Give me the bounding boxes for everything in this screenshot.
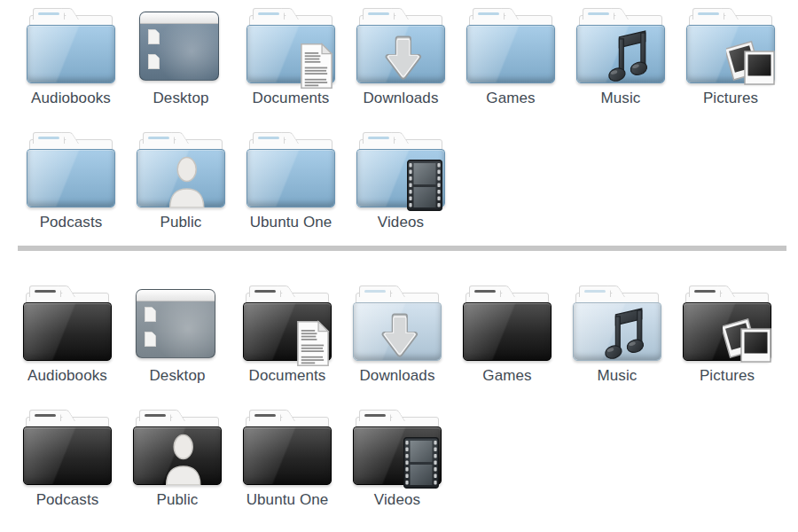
desktop-icon [136,289,215,358]
desktop-titlebar [137,290,215,301]
folder-tab [29,410,61,421]
folder-tab [33,8,65,20]
file-label: Public [157,490,199,509]
folder-tab [359,286,391,297]
file-item-public[interactable]: Public [126,131,236,231]
icon-box [351,409,443,490]
icon-box [465,7,557,89]
icon-box [131,285,223,366]
file-item-pictures[interactable]: Pictures [676,7,786,107]
folder-tab [253,8,285,20]
folder-body [243,426,332,485]
file-item-desktop[interactable]: Desktop [122,285,232,385]
icon-grid-dark-theme: Audiobooks Desktop Documents Downloads G… [0,285,798,509]
filmstrip-icon [407,160,442,211]
folder-tab [692,8,724,20]
icon-box [685,7,777,89]
file-label: Public [160,213,202,231]
folder-tab-stripe [254,414,276,417]
icon-box [135,7,227,89]
folder-tab-stripe [474,290,496,293]
file-item-desktop[interactable]: Desktop [126,7,236,107]
person-icon [162,434,205,485]
folder-tab-stripe [258,137,279,139]
section-divider [18,246,786,251]
file-label: Music [601,89,641,107]
folder-tab [579,286,611,297]
folder-tab [143,132,175,144]
folder-tab-stripe [148,137,169,139]
folder-body [27,149,115,207]
folder-tab-stripe [588,12,609,15]
desktop-icon [139,12,219,81]
file-label: Videos [378,213,424,231]
folder-tab-stripe [368,12,389,15]
person-icon [166,156,208,207]
folder-tab [473,8,505,20]
folder-tab [249,286,281,297]
file-label: Games [482,366,531,385]
file-label: Pictures [700,366,755,385]
file-item-games[interactable]: Games [456,7,566,107]
folder-body [27,25,115,83]
file-item-music[interactable]: Music [566,7,676,107]
folder-tab-stripe [584,290,606,293]
file-item-public[interactable]: Public [122,409,232,509]
folder-icon [245,131,337,213]
file-item-pictures[interactable]: Pictures [672,285,782,385]
file-label: Podcasts [40,213,103,231]
icon-box [355,7,447,89]
download-arrow-icon [382,35,424,84]
icon-box [241,285,333,366]
file-label: Audiobooks [31,89,111,107]
folder-tab-stripe [364,290,386,293]
desktop-titlebar [140,12,218,24]
icon-box [131,409,223,490]
file-item-ubuntu-one[interactable]: Ubuntu One [236,131,346,231]
file-label: Audiobooks [27,366,107,385]
folder-tab-stripe [254,290,276,293]
folder-icon [465,7,557,89]
icon-box [575,7,667,89]
folder-tab-stripe [698,12,719,15]
icon-box [25,131,117,213]
folder-body [466,25,555,83]
folder-tab-stripe [258,12,279,15]
file-item-videos[interactable]: Videos [342,409,452,509]
file-label: Documents [253,89,330,107]
folder-tab-stripe [364,414,386,417]
file-item-downloads[interactable]: Downloads [342,285,452,385]
file-item-music[interactable]: Music [562,285,672,385]
folder-tab-stripe [368,137,389,139]
file-label: Podcasts [36,490,99,509]
folder-body [463,302,552,361]
file-label: Desktop [153,89,208,107]
file-item-podcasts[interactable]: Podcasts [12,409,122,509]
file-item-games[interactable]: Games [452,285,562,385]
desktop-file-icon [145,307,156,322]
filmstrip-icon [403,437,439,489]
music-note-icon [606,30,651,82]
file-item-audiobooks[interactable]: Audiobooks [12,285,122,385]
file-item-videos[interactable]: Videos [346,131,456,231]
folder-icon [21,409,113,490]
folder-body [23,302,112,361]
folder-tab [689,286,721,297]
file-label: Documents [249,366,326,385]
file-label: Downloads [359,366,434,385]
folder-icon [25,7,117,89]
icon-box [21,409,113,490]
file-item-downloads[interactable]: Downloads [346,7,456,107]
download-arrow-icon [379,312,420,362]
folder-tab [139,410,171,421]
file-item-documents[interactable]: Documents [236,7,346,107]
desktop-file-icon [145,332,156,347]
file-item-documents[interactable]: Documents [232,285,342,385]
icon-box [681,285,773,366]
file-item-audiobooks[interactable]: Audiobooks [16,7,126,107]
file-item-ubuntu-one[interactable]: Ubuntu One [232,409,342,509]
folder-tab [359,410,391,421]
file-item-podcasts[interactable]: Podcasts [16,131,126,231]
folder-tab [583,8,614,20]
folder-tab-stripe [145,414,166,417]
